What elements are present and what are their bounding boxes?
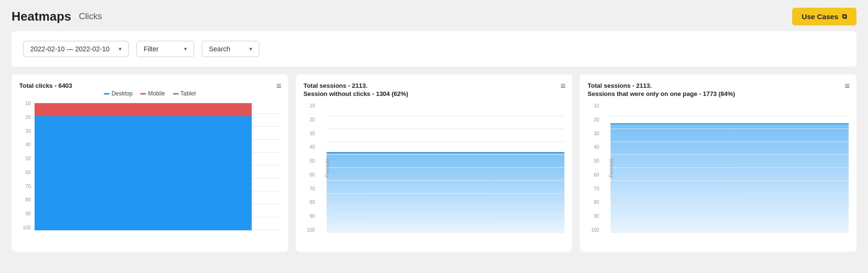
chart1-bars [35,101,252,230]
legend-tablet-label: Tablet [181,90,196,97]
chart2-y-axis: 100 90 80 70 60 50 40 30 20 10 [304,103,317,233]
chart-card-1: ≡ Total clicks - 6403 Desktop Mobile Tab… [12,74,288,252]
chart3-inner: Percents [611,103,849,233]
date-range-value: 2022-02-10 — 2022-02-10 [30,45,110,53]
chevron-down-icon: ▾ [184,46,187,52]
chart1-legend: Desktop Mobile Tablet [19,90,281,97]
chart2-area: 100 90 80 70 60 50 40 30 20 10 Percents [304,103,565,242]
page-header: Heatmaps Clicks Use Cases ⧉ [0,0,868,31]
search-label: Search [209,45,230,53]
legend-mobile: Mobile [140,90,165,97]
chart-card-3: ≡ Total sessions - 2113. Sessions that w… [580,74,856,252]
chevron-down-icon: ▾ [249,46,252,52]
bar-desktop [35,116,252,230]
chart1-title: Total clicks - 6403 [19,82,281,89]
chart-menu-icon-3[interactable]: ≡ [845,81,850,91]
chevron-down-icon: ▾ [119,46,122,52]
external-link-icon: ⧉ [842,12,847,21]
chart3-subtitle: Sessions that were only on one page - 17… [587,90,849,97]
legend-mobile-label: Mobile [148,90,165,97]
filter-label: Filter [144,45,159,53]
bar-stack [35,101,252,230]
date-range-dropdown[interactable]: 2022-02-10 — 2022-02-10 ▾ [23,41,129,57]
filter-dropdown[interactable]: Filter ▾ [136,41,194,57]
chart2-title: Total sessions - 2113. [304,82,565,89]
chart1-inner [35,101,281,230]
legend-desktop-dot [104,93,110,95]
bar-mobile [35,103,252,116]
legend-tablet-dot [173,93,179,95]
chart3-area: 100 90 80 70 60 50 40 30 20 10 Percents [587,103,849,242]
search-dropdown[interactable]: Search ▾ [202,41,259,57]
chart-menu-icon-1[interactable]: ≡ [276,81,281,91]
filter-bar: 2022-02-10 — 2022-02-10 ▾ Filter ▾ Searc… [12,31,856,67]
chart2-subtitle: Session without clicks - 1304 (62%) [304,90,565,97]
legend-mobile-dot [140,93,146,95]
legend-desktop: Desktop [104,90,133,97]
page-subtitle: Clicks [79,12,102,22]
page-title: Heatmaps [12,9,71,24]
chart-card-2: ≡ Total sessions - 2113. Session without… [296,74,573,252]
header-left: Heatmaps Clicks [12,9,102,24]
use-cases-button[interactable]: Use Cases ⧉ [792,8,856,25]
chart2-inner: Percents [327,103,565,233]
chart3-grid [611,103,849,233]
legend-desktop-label: Desktop [111,90,133,97]
legend-tablet: Tablet [173,90,196,97]
chart1-y-axis: 100 90 80 70 60 50 40 30 20 10 [19,101,33,230]
chart3-y-axis: 100 90 80 70 60 50 40 30 20 10 [587,103,601,233]
chart-menu-icon-2[interactable]: ≡ [561,81,566,91]
chart3-title: Total sessions - 2113. [587,82,849,89]
chart2-grid [327,103,565,233]
charts-row: ≡ Total clicks - 6403 Desktop Mobile Tab… [0,74,868,263]
chart1-area: 100 90 80 70 60 50 40 30 20 10 [19,101,281,240]
